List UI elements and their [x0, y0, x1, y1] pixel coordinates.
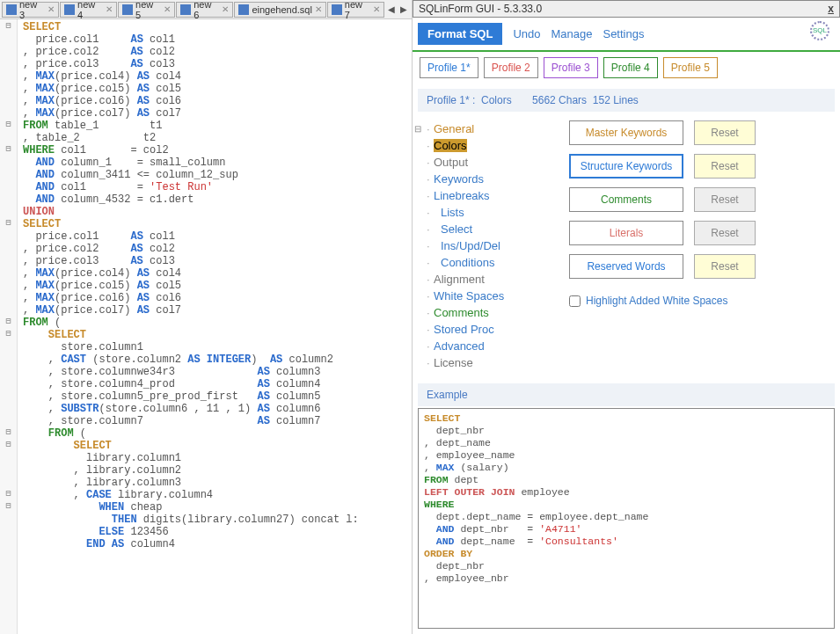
reset-button[interactable]: Reset	[694, 120, 756, 145]
literals-button[interactable]: Literals	[569, 221, 683, 245]
file-tab[interactable]: new 7✕	[327, 2, 384, 18]
close-icon[interactable]: ✕	[315, 4, 322, 14]
tree-whitespaces[interactable]: White Spaces	[428, 288, 551, 304]
file-tab[interactable]: new 5✕	[118, 2, 175, 18]
tree-license[interactable]: License	[428, 354, 551, 371]
tree-alignment[interactable]: Alignment	[428, 271, 551, 288]
undo-link[interactable]: Undo	[513, 27, 540, 40]
status-bar: Profile 1* : Colors 5662 Chars 152 Lines	[418, 89, 835, 112]
close-icon[interactable]: ✕	[373, 4, 380, 14]
profile-tab-3[interactable]: Profile 3	[544, 57, 598, 78]
close-icon[interactable]: x	[828, 3, 834, 15]
profile-tab-2[interactable]: Profile 2	[484, 57, 538, 78]
file-icon	[238, 4, 249, 15]
tree-linebreaks[interactable]: Linebreaks	[428, 187, 551, 204]
reset-button[interactable]: Reset	[694, 221, 756, 245]
close-icon[interactable]: ✕	[47, 4, 55, 14]
window-titlebar: SQLinForm GUI - 5.3.33.0 x	[413, 0, 840, 18]
window-title: SQLinForm GUI - 5.3.33.0	[419, 3, 542, 15]
reserved-words-button[interactable]: Reserved Words	[569, 254, 683, 279]
code-content[interactable]: SELECT price.col1 AS col1 , price.col2 A…	[18, 19, 412, 634]
tab-next-icon[interactable]: ▶	[398, 4, 410, 14]
reset-button[interactable]: Reset	[694, 154, 756, 179]
tree-advanced[interactable]: Advanced	[428, 338, 551, 354]
file-tabs-bar: new 3✕ new 4✕ new 5✕ new 6✕ eingehend.sq…	[0, 0, 412, 19]
example-header: Example	[418, 383, 835, 406]
tree-output[interactable]: Output	[428, 154, 551, 171]
tree-comments[interactable]: Comments	[428, 304, 551, 321]
file-tab[interactable]: new 6✕	[176, 2, 233, 18]
app-logo-icon: SQL	[810, 21, 829, 40]
profile-tab-5[interactable]: Profile 5	[663, 57, 718, 78]
main-toolbar: Format SQL Undo Manage Settings SQL	[413, 18, 840, 50]
highlight-whitespace-checkbox[interactable]	[569, 295, 581, 307]
profile-tab-1[interactable]: Profile 1*	[420, 57, 478, 78]
tree-conditions[interactable]: Conditions	[428, 254, 551, 271]
close-icon[interactable]: ✕	[222, 4, 229, 14]
tree-colors[interactable]: Colors	[434, 139, 467, 152]
code-editor[interactable]: ⊟ ⊟ ⊟ ⊟ ⊟⊟ ⊟⊟ ⊟⊟ SELECT price.col1 AS co…	[0, 19, 412, 634]
file-icon	[122, 4, 133, 15]
file-icon	[6, 4, 17, 15]
file-icon	[180, 4, 191, 15]
color-button-grid: Master Keywords Reset Structure Keywords…	[569, 120, 833, 371]
reset-button[interactable]: Reset	[694, 187, 756, 212]
manage-link[interactable]: Manage	[551, 27, 592, 40]
tab-prev-icon[interactable]: ◀	[385, 4, 398, 14]
file-icon	[332, 4, 342, 15]
profile-tabs: Profile 1* Profile 2 Profile 3 Profile 4…	[413, 57, 840, 85]
tree-insupddel[interactable]: Ins/Upd/Del	[428, 237, 551, 254]
tree-keywords[interactable]: Keywords	[428, 171, 551, 187]
fold-gutter: ⊟ ⊟ ⊟ ⊟ ⊟⊟ ⊟⊟ ⊟⊟	[0, 19, 18, 634]
tree-lists[interactable]: Lists	[428, 204, 551, 221]
file-tab[interactable]: new 3✕	[2, 2, 59, 18]
tree-select[interactable]: Select	[428, 221, 551, 237]
highlight-whitespace-label: Highlight Added White Spaces	[586, 295, 727, 307]
close-icon[interactable]: ✕	[106, 4, 113, 14]
tree-storedproc[interactable]: Stored Proc	[428, 321, 551, 338]
file-tab[interactable]: eingehend.sql✕	[234, 2, 326, 18]
settings-link[interactable]: Settings	[603, 27, 644, 40]
profile-tab-4[interactable]: Profile 4	[603, 57, 658, 78]
example-code[interactable]: SELECT dept_nbr , dept_name , employee_n…	[418, 408, 835, 629]
file-tab[interactable]: new 4✕	[60, 2, 117, 18]
format-sql-button[interactable]: Format SQL	[418, 23, 502, 45]
close-icon[interactable]: ✕	[164, 4, 171, 14]
reset-button[interactable]: Reset	[694, 254, 756, 279]
tree-general[interactable]: General	[428, 120, 551, 137]
separator	[413, 50, 840, 52]
master-keywords-button[interactable]: Master Keywords	[569, 120, 683, 145]
structure-keywords-button[interactable]: Structure Keywords	[569, 154, 683, 179]
file-icon	[64, 4, 75, 15]
comments-button[interactable]: Comments	[569, 187, 683, 212]
settings-tree: General Colors Output Keywords Linebreak…	[420, 120, 551, 371]
